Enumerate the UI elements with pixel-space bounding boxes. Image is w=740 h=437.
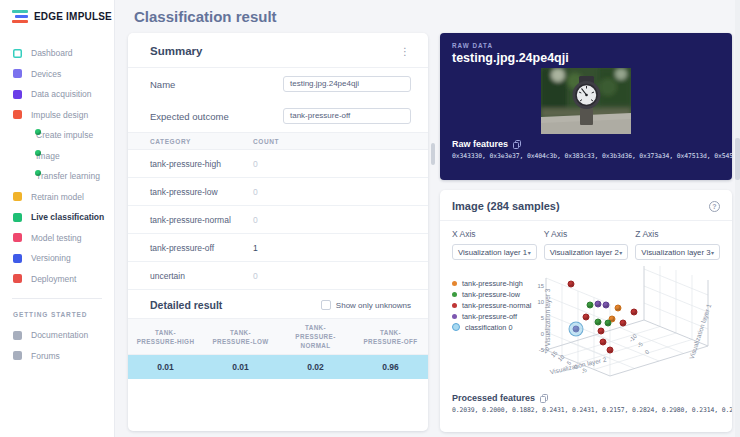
show-only-unknowns-checkbox[interactable]	[321, 300, 331, 310]
name-label: Name	[150, 79, 175, 90]
name-input[interactable]: testing.jpg.24pe4qji	[283, 76, 411, 92]
legend-item-tank-pressure-high[interactable]: tank-pressure-high	[452, 278, 531, 288]
copy-icon[interactable]	[540, 394, 548, 403]
scatter-point-tank-pressure-normal	[597, 328, 604, 335]
legend-label: tank-pressure-normal	[462, 301, 531, 310]
scatter-point-tank-pressure-normal	[567, 281, 574, 288]
detailed-result-header: tank-pressure-hightank-pressure-lowtank-…	[128, 318, 428, 355]
legend-item-tank-pressure-off[interactable]: tank-pressure-off	[452, 311, 531, 321]
sidebar-item-data-acquisition[interactable]: Data acquisition	[0, 84, 114, 105]
x-axis-select[interactable]: Visualization layer 1 ▾	[452, 244, 537, 260]
scatter-point-tank-pressure-low	[604, 319, 611, 326]
deployment-icon	[13, 274, 22, 283]
sidebar-item-create-impulse[interactable]: Create impulse	[0, 125, 114, 146]
legend-item-tank-pressure-normal[interactable]: tank-pressure-normal	[452, 300, 531, 310]
devices-icon	[13, 69, 22, 78]
sidebar-item-label: Versioning	[31, 253, 71, 263]
raw-data-eyebrow: RAW DATA	[440, 33, 732, 49]
table-row: tank-pressure-high0	[128, 150, 428, 178]
sidebar-item-label: Model testing	[31, 233, 82, 243]
green-dot-icon	[35, 150, 41, 156]
sidebar-item-transfer-learning[interactable]: Transfer learning	[0, 166, 114, 187]
feature-explorer-plot-area: tank-pressure-hightank-pressure-lowtank-…	[440, 262, 732, 388]
scatter-point-tank-pressure-low	[594, 319, 601, 326]
legend-label: tank-pressure-low	[462, 290, 520, 299]
sidebar-item-documentation[interactable]: Documentation	[0, 325, 114, 346]
result-value-cell: 0.01	[128, 362, 203, 372]
dashboard-icon	[13, 49, 22, 58]
sidebar-item-label: Transfer learning	[36, 171, 100, 181]
chevron-down-icon: ▾	[619, 249, 622, 256]
legend-marker-icon	[452, 281, 457, 286]
scatter-point-tank-pressure-normal	[606, 347, 613, 354]
sidebar-item-deployment[interactable]: Deployment	[0, 269, 114, 290]
y-axis-select-value: Visualization layer 2	[550, 248, 619, 257]
page-scrollbar-track[interactable]	[735, 0, 740, 437]
sidebar-item-label: Forums	[31, 351, 60, 361]
legend-label: tank-pressure-high	[462, 279, 523, 288]
count-cell: 0	[253, 159, 428, 169]
table-row: uncertain0	[128, 262, 428, 290]
scatter-point-tank-pressure-off	[603, 302, 610, 309]
raw-features-values: 0x343330, 0x3e3e37, 0x404c3b, 0x383c33, …	[440, 149, 732, 160]
scatter-3d-plot[interactable]: 151050-520151050-5-10-50 Visualization l…	[538, 266, 722, 384]
sidebar-item-dashboard[interactable]: Dashboard	[0, 43, 114, 64]
y-axis-select[interactable]: Visualization layer 2 ▾	[544, 244, 629, 260]
impulse-design-icon	[13, 110, 22, 119]
legend-item-tank-pressure-low[interactable]: tank-pressure-low	[452, 289, 531, 299]
sidebar-item-label: Dashboard	[31, 48, 73, 58]
sidebar-item-label: Documentation	[31, 330, 88, 340]
sidebar-item-impulse-design[interactable]: Impulse design	[0, 105, 114, 126]
scatter-point-tank-pressure-normal	[599, 338, 606, 345]
result-value-cell: 0.01	[203, 362, 278, 372]
z-axis-plot-label: Visualization layer 3	[544, 278, 551, 358]
result-column-header: tank-pressure-off	[353, 324, 428, 350]
sidebar-item-forums[interactable]: Forums	[0, 346, 114, 367]
processed-features-values: 0.2039, 0.2000, 0.1882, 0.2431, 0.2431, …	[440, 403, 732, 414]
kebab-menu-icon[interactable]: ⋮	[392, 46, 418, 57]
sidebar-item-live-classification[interactable]: Live classification	[0, 207, 114, 228]
chevron-down-icon: ▾	[528, 249, 531, 256]
copy-icon[interactable]	[513, 140, 521, 149]
x-axis-label: X Axis	[452, 229, 537, 239]
legend-item-classification-0[interactable]: classification 0	[452, 322, 531, 332]
sidebar-nav-main: DashboardDevicesData acquisitionImpulse …	[0, 43, 114, 289]
legend-marker-icon	[452, 303, 457, 308]
chevron-down-icon: ▾	[711, 249, 714, 256]
sidebar-item-label: Impulse design	[31, 110, 88, 120]
scatter-point-tank-pressure-off	[594, 300, 601, 307]
scatter-point-classification-0	[569, 322, 584, 337]
expected-outcome-input[interactable]: tank-pressure-off	[283, 108, 411, 124]
edge-impulse-logo[interactable]: EDGE IMPULSE	[0, 0, 114, 23]
sidebar-item-retrain-model[interactable]: Retrain model	[0, 187, 114, 208]
raw-features-label: Raw features	[452, 139, 508, 149]
table-row: tank-pressure-low0	[128, 178, 428, 206]
legend-marker-icon	[452, 323, 460, 331]
legend-label: classification 0	[465, 323, 512, 332]
sidebar-nav-secondary: DocumentationForums	[0, 325, 114, 366]
show-only-unknowns-control[interactable]: Show only unknowns	[321, 300, 411, 310]
content-scrollbar-thumb[interactable]	[431, 143, 435, 165]
sidebar-item-label: Create impulse	[36, 130, 93, 140]
live-classification-icon	[13, 213, 22, 222]
sidebar-item-label: Retrain model	[31, 192, 84, 202]
table-row: tank-pressure-off1	[128, 234, 428, 262]
sidebar-section-label: GETTING STARTED	[0, 308, 114, 325]
feature-explorer-title: Image (284 samples)	[452, 200, 560, 212]
help-icon[interactable]: ?	[709, 201, 720, 212]
sidebar-item-image[interactable]: Image	[0, 146, 114, 167]
page-scrollbar-thumb[interactable]	[735, 138, 740, 180]
sidebar: EDGE IMPULSE DashboardDevicesData acquis…	[0, 0, 115, 437]
sidebar-item-devices[interactable]: Devices	[0, 64, 114, 85]
raw-data-sample-title: testing.jpg.24pe4qji	[440, 49, 732, 65]
scatter-point-tank-pressure-normal	[620, 319, 627, 326]
category-cell: tank-pressure-low	[128, 187, 253, 197]
scatter-point-tank-pressure-high	[615, 305, 622, 312]
sidebar-item-versioning[interactable]: Versioning	[0, 248, 114, 269]
y-axis-label: Y Axis	[544, 229, 629, 239]
legend-marker-icon	[452, 314, 457, 319]
z-axis-select[interactable]: Visualization layer 3 ▾	[635, 244, 720, 260]
z-axis-select-value: Visualization layer 3	[641, 248, 710, 257]
sidebar-item-model-testing[interactable]: Model testing	[0, 228, 114, 249]
count-cell: 1	[253, 243, 428, 253]
